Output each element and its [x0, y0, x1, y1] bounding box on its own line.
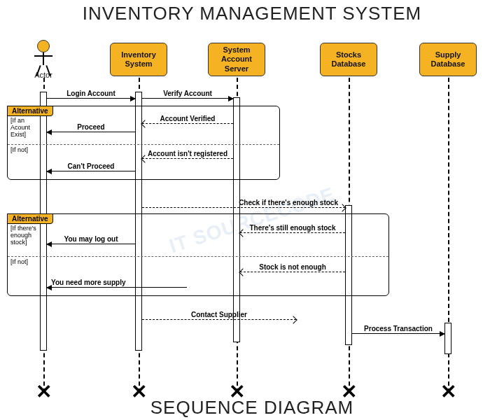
actor-figure: Actor — [29, 40, 57, 79]
alt-separator — [8, 144, 279, 145]
alt-tag: Alternative — [7, 106, 53, 116]
msg-check-stock: Check if there's enough stock — [142, 198, 345, 208]
msg-verify-account: Verify Account — [142, 89, 233, 99]
msg-login-account: Login Account — [47, 89, 135, 99]
msg-may-logout: You may log out — [47, 234, 135, 244]
activation-supply — [444, 323, 451, 354]
msg-still-enough: There's still enough stock — [240, 223, 345, 233]
alt-guard-not-2: [If not] — [10, 259, 41, 266]
msg-contact-supplier: Contact Supplier — [142, 310, 296, 320]
alt-guard-enough: [If there's enough stock] — [10, 225, 41, 246]
participant-supply-database: Supply Database — [419, 43, 477, 76]
page-title: INVENTORY MANAGEMENT SYSTEM — [0, 3, 504, 24]
msg-cant-proceed: Can't Proceed — [47, 162, 135, 172]
alt-separator-2 — [8, 256, 388, 257]
msg-account-verified: Account Verified — [142, 114, 233, 124]
participant-stocks-database: Stocks Database — [320, 43, 377, 76]
alt-guard-not: [If not] — [10, 147, 41, 154]
alt-guard-exist: [If an Acount Exist] — [10, 118, 41, 139]
msg-process-transaction: Process Transaction — [352, 324, 444, 334]
diagram-canvas: IT SOURCECODE Actor Inventory System Sys… — [0, 24, 504, 416]
alt-tag-2: Alternative — [7, 214, 53, 224]
participant-account-server: System Account Server — [208, 43, 265, 76]
msg-need-more-supply: You need more supply — [47, 278, 187, 288]
msg-proceed: Proceed — [47, 122, 135, 132]
participant-inventory-system: Inventory System — [110, 43, 167, 76]
footer-title: SEQUENCE DIAGRAM — [0, 397, 504, 419]
msg-not-registered: Account isn't registered — [142, 149, 233, 159]
msg-stock-not-enough: Stock is not enough — [240, 262, 345, 272]
